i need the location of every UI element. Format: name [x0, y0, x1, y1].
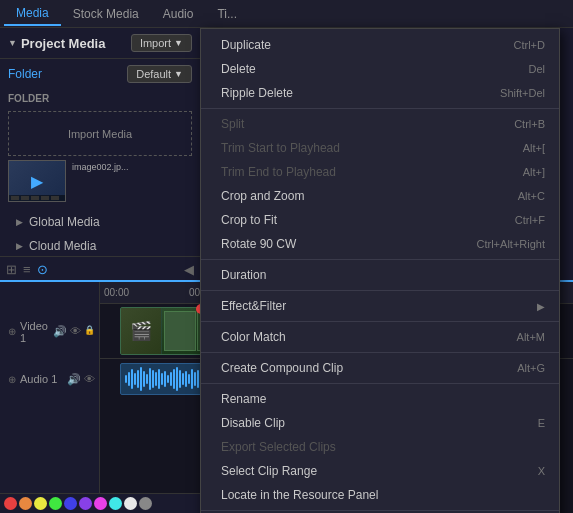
waveform-bar [179, 370, 181, 388]
menu-item-crop-and-zoom[interactable]: Crop and ZoomAlt+C [201, 184, 559, 208]
menu-item-duration[interactable]: Duration [201, 263, 559, 287]
menu-item-rename[interactable]: Rename [201, 387, 559, 411]
panel-header: ▼ Project Media Import ▼ [0, 28, 200, 59]
menu-item-select-clip-range[interactable]: Select Clip RangeX [201, 459, 559, 483]
thumbnail-play-icon: ▶ [31, 172, 43, 191]
menu-item-label: Delete [221, 62, 256, 76]
arrow-icon: ▼ [8, 38, 17, 48]
menu-item-effectfilter[interactable]: Effect&Filter▶ [201, 294, 559, 318]
menu-item-crop-to-fit[interactable]: Crop to FitCtrl+F [201, 208, 559, 232]
color-dot-1[interactable] [19, 497, 32, 510]
expand-arrow-icon: ▶ [16, 241, 23, 251]
color-dot-8[interactable] [124, 497, 137, 510]
color-dot-4[interactable] [64, 497, 77, 510]
sidebar-item-label: Cloud Media [29, 239, 96, 253]
import-button[interactable]: Import ▼ [131, 34, 192, 52]
import-media-label: Import Media [68, 128, 132, 140]
menu-separator [201, 321, 559, 322]
color-dot-0[interactable] [4, 497, 17, 510]
link-icon[interactable]: ⊙ [37, 262, 48, 277]
waveform-bar [167, 375, 169, 383]
import-dropdown-icon: ▼ [174, 38, 183, 48]
list-view-icon[interactable]: ≡ [23, 262, 31, 277]
color-dot-6[interactable] [94, 497, 107, 510]
menu-item-shortcut: Ctrl+F [515, 214, 545, 226]
color-dot-7[interactable] [109, 497, 122, 510]
menu-item-label: Color Match [221, 330, 286, 344]
menu-item-export-selected-clips: Export Selected Clips [201, 435, 559, 459]
folder-header: FOLDER [0, 89, 200, 107]
waveform-bar [131, 369, 133, 389]
menu-item-shortcut: Alt+[ [523, 142, 545, 154]
menu-item-label: Split [221, 117, 244, 131]
grid-view-icon[interactable]: ⊞ [6, 262, 17, 277]
import-media-area[interactable]: Import Media [8, 111, 192, 156]
folder-label[interactable]: Folder [8, 67, 42, 81]
import-label: Import [140, 37, 171, 49]
menu-item-label: Crop and Zoom [221, 189, 304, 203]
menu-separator [201, 108, 559, 109]
menu-item-trim-end-to-playhead: Trim End to PlayheadAlt+] [201, 160, 559, 184]
waveform-bar [194, 372, 196, 386]
menu-item-create-compound-clip[interactable]: Create Compound ClipAlt+G [201, 356, 559, 380]
time-marker-0: 00:00 [104, 287, 129, 298]
waveform-bar [173, 369, 175, 389]
add-audio-icon[interactable]: ⊕ [8, 374, 16, 385]
menu-item-delete[interactable]: DeleteDel [201, 57, 559, 81]
color-dot-5[interactable] [79, 497, 92, 510]
waveform-bar [140, 367, 142, 391]
color-dot-3[interactable] [49, 497, 62, 510]
menu-item-shortcut: Ctrl+D [514, 39, 545, 51]
menu-item-ripple-delete[interactable]: Ripple DeleteShift+Del [201, 81, 559, 105]
panel-title: ▼ Project Media [8, 36, 105, 51]
collapse-icon[interactable]: ◀ [184, 262, 194, 277]
lock-icon[interactable]: 🔒 [84, 325, 95, 338]
folder-header-label: FOLDER [8, 93, 49, 104]
menu-item-shortcut: Shift+Del [500, 87, 545, 99]
menu-item-shortcut: Alt+] [523, 166, 545, 178]
audio-eye-icon[interactable]: 👁 [84, 373, 95, 386]
audio-mute-icon[interactable]: 🔊 [67, 373, 81, 386]
eye-icon[interactable]: 👁 [70, 325, 81, 338]
color-dot-9[interactable] [139, 497, 152, 510]
waveform-bar [125, 375, 127, 383]
context-menu: DuplicateCtrl+DDeleteDelRipple DeleteShi… [200, 28, 560, 513]
mute-icon[interactable]: 🔊 [53, 325, 67, 338]
menu-item-label: Disable Clip [221, 416, 285, 430]
tab-media[interactable]: Media [4, 2, 61, 26]
waveform-bar [155, 372, 157, 386]
tab-ti[interactable]: Ti... [205, 3, 249, 25]
sidebar-item-global-media[interactable]: ▶ Global Media [0, 210, 200, 234]
audio-track-label-area: ⊕ Audio 1 🔊 👁 [4, 359, 99, 399]
sidebar-item-cloud-media[interactable]: ▶ Cloud Media [0, 234, 200, 258]
menu-item-shortcut: X [538, 465, 545, 477]
menu-item-shortcut: Ctrl+Alt+Right [477, 238, 545, 250]
waveform-bar [146, 374, 148, 384]
thumbnail-item[interactable]: ▶ image002.jp... [8, 160, 192, 202]
menu-item-color-match[interactable]: Color MatchAlt+M [201, 325, 559, 349]
default-button[interactable]: Default ▼ [127, 65, 192, 83]
menu-item-rotate-90-cw[interactable]: Rotate 90 CWCtrl+Alt+Right [201, 232, 559, 256]
menu-item-label: Ripple Delete [221, 86, 293, 100]
menu-item-label: Rotate 90 CW [221, 237, 296, 251]
menu-item-shortcut: Ctrl+B [514, 118, 545, 130]
menu-item-split: SplitCtrl+B [201, 112, 559, 136]
menu-item-label: Select Clip Range [221, 464, 317, 478]
audio-track-name: Audio 1 [20, 373, 57, 385]
color-dot-2[interactable] [34, 497, 47, 510]
tab-stock-media[interactable]: Stock Media [61, 3, 151, 25]
menu-item-shortcut: Alt+M [517, 331, 545, 343]
waveform-bar [161, 373, 163, 385]
thumbnail-label: image002.jp... [72, 162, 129, 172]
menu-item-duplicate[interactable]: DuplicateCtrl+D [201, 33, 559, 57]
menu-item-locate-in-the-resource-panel[interactable]: Locate in the Resource Panel [201, 483, 559, 507]
menu-item-label: Duplicate [221, 38, 271, 52]
menu-item-disable-clip[interactable]: Disable ClipE [201, 411, 559, 435]
sidebar-item-label: Global Media [29, 215, 100, 229]
waveform-bar [149, 368, 151, 390]
add-video-icon[interactable]: ⊕ [8, 326, 16, 337]
video-track-label-area: ⊕ Video 1 🔊 👁 🔒 [4, 304, 99, 359]
tab-audio[interactable]: Audio [151, 3, 206, 25]
default-dropdown-icon: ▼ [174, 69, 183, 79]
menu-item-label: Trim End to Playhead [221, 165, 336, 179]
